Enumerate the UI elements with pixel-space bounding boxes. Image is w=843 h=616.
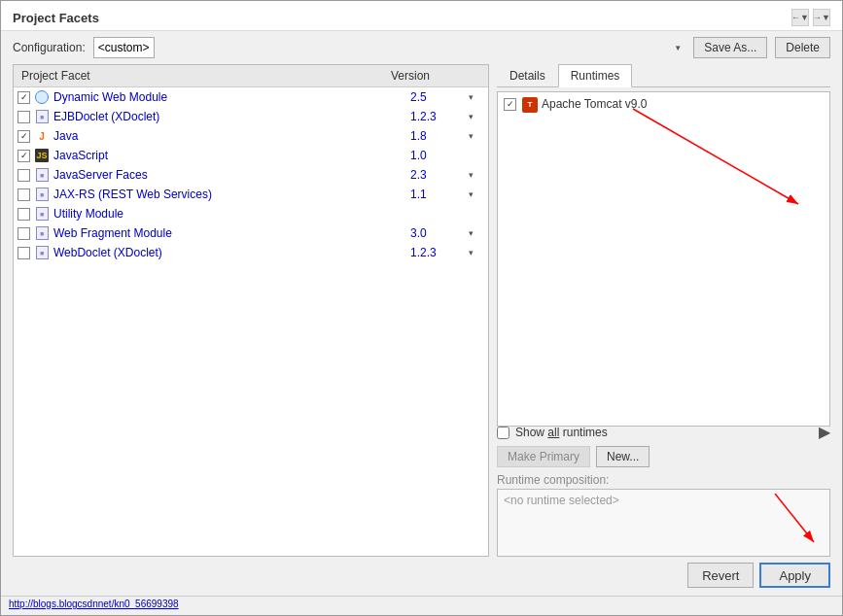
status-bar: http://blogs.blogcsdnnet/kn0_56699398	[1, 596, 842, 615]
revert-button[interactable]: Revert	[687, 563, 754, 588]
left-panel: Project Facet Version Dynamic Web Module…	[13, 64, 489, 557]
chevron-icon: ▾	[469, 228, 484, 238]
list-item[interactable]: ■ Utility Module	[14, 204, 488, 223]
show-all-checkbox[interactable]	[497, 427, 509, 439]
list-item[interactable]: ■ JAX-RS (REST Web Services) 1.1 ▾	[14, 185, 488, 204]
main-content: Project Facet Version Dynamic Web Module…	[1, 64, 842, 557]
runtime-composition-label: Runtime composition:	[497, 471, 830, 489]
doc-icon: ■	[34, 206, 50, 222]
tab-runtimes[interactable]: Runtimes	[558, 64, 633, 87]
tomcat-icon: T	[522, 96, 538, 112]
forward-button[interactable]: →▼	[813, 9, 830, 26]
list-item[interactable]: JS JavaScript 1.0	[14, 146, 488, 165]
facet-version: 1.2.3	[410, 110, 469, 123]
list-item[interactable]: T Apache Tomcat v9.0	[498, 92, 829, 116]
apply-button[interactable]: Apply	[759, 563, 830, 588]
java-icon: J	[34, 128, 50, 144]
facet-name: EJBDoclet (XDoclet)	[53, 110, 410, 123]
show-runtimes-label: Show all runtimes	[515, 426, 608, 439]
doc-icon: ■	[34, 245, 50, 260]
list-item[interactable]: J Java 1.8 ▾	[14, 126, 488, 146]
runtimes-panel: T Apache Tomcat v9.0	[497, 87, 830, 557]
chevron-icon: ▾	[469, 92, 484, 102]
globe-icon	[34, 89, 50, 105]
cursor-icon: ▶	[819, 425, 830, 440]
chevron-icon: ▾	[469, 131, 484, 141]
chevron-icon: ▾	[469, 112, 484, 121]
status-url: http://blogs.blogcsdnnet/kn0_56699398	[9, 599, 179, 609]
facet-checkbox[interactable]	[18, 150, 30, 162]
save-as-button[interactable]: Save As...	[693, 37, 767, 58]
right-panel: Details Runtimes T Apache Tomcat v9.0	[497, 64, 830, 557]
runtime-name: Apache Tomcat v9.0	[542, 97, 648, 111]
doc-icon: ■	[34, 167, 50, 183]
facet-name: JavaScript	[53, 149, 410, 162]
list-item[interactable]: ■ JavaServer Faces 2.3 ▾	[14, 165, 488, 185]
facet-name: Web Fragment Module	[53, 226, 410, 240]
facet-version: 1.0	[410, 149, 469, 162]
facet-list: Dynamic Web Module 2.5 ▾ ■ EJBDoclet (XD…	[14, 87, 488, 556]
make-primary-button[interactable]: Make Primary	[497, 446, 590, 467]
project-facets-window: Project Facets ←▼ →▼ Configuration: <cus…	[0, 0, 843, 616]
no-runtime-text: <no runtime selected>	[504, 494, 619, 507]
footer-row: Revert Apply	[1, 557, 842, 596]
svg-line-3	[775, 494, 814, 542]
runtimes-buttons: Make Primary New...	[497, 444, 830, 471]
col-version-header: Version	[387, 67, 484, 85]
facet-name: JAX-RS (REST Web Services)	[53, 188, 410, 201]
facet-name: WebDoclet (XDoclet)	[53, 246, 410, 259]
facet-checkbox[interactable]	[18, 91, 30, 104]
facet-checkbox[interactable]	[18, 188, 30, 201]
config-row: Configuration: <custom> Save As... Delet…	[1, 31, 842, 64]
new-button[interactable]: New...	[596, 446, 650, 467]
list-item[interactable]: ■ Web Fragment Module 3.0 ▾	[14, 223, 488, 243]
doc-icon: ■	[34, 187, 50, 202]
col-facet-header: Project Facet	[18, 67, 387, 85]
list-item[interactable]: Dynamic Web Module 2.5 ▾	[14, 87, 488, 107]
facet-checkbox[interactable]	[18, 130, 30, 143]
facet-version: 2.5	[410, 90, 469, 104]
doc-icon: ■	[34, 225, 50, 241]
facet-version: 1.2.3	[410, 246, 469, 259]
nav-buttons: ←▼ →▼	[791, 9, 830, 26]
facet-name: Utility Module	[53, 207, 410, 221]
chevron-icon: ▾	[469, 170, 484, 180]
window-title: Project Facets	[13, 11, 99, 25]
back-button[interactable]: ←▼	[791, 9, 809, 26]
facet-name: JavaServer Faces	[53, 168, 410, 182]
title-bar: Project Facets ←▼ →▼	[1, 1, 842, 31]
facet-checkbox[interactable]	[18, 169, 30, 182]
facet-name: Dynamic Web Module	[53, 90, 410, 104]
runtimes-list: T Apache Tomcat v9.0	[497, 91, 830, 427]
config-select[interactable]: <custom>	[93, 37, 155, 58]
runtime-checkbox[interactable]	[504, 98, 516, 111]
runtimes-list-container: T Apache Tomcat v9.0	[497, 87, 830, 423]
annotation-arrow-2	[765, 494, 824, 552]
config-label: Configuration:	[13, 41, 86, 54]
chevron-icon: ▾	[469, 189, 484, 199]
facet-table-header: Project Facet Version	[14, 65, 488, 87]
facet-checkbox[interactable]	[18, 111, 30, 123]
tab-details[interactable]: Details	[497, 64, 558, 86]
facet-version: 3.0	[410, 226, 469, 240]
facet-version: 2.3	[410, 168, 469, 182]
js-icon: JS	[34, 148, 50, 163]
runtime-composition-box: <no runtime selected>	[497, 489, 830, 557]
doc-icon: ■	[34, 109, 50, 124]
facet-name: Java	[53, 129, 410, 143]
facet-version: 1.1	[410, 188, 469, 201]
facet-checkbox[interactable]	[18, 227, 30, 240]
facet-checkbox[interactable]	[18, 247, 30, 259]
chevron-icon: ▾	[469, 248, 484, 257]
facet-version: 1.8	[410, 129, 469, 143]
list-item[interactable]: ■ WebDoclet (XDoclet) 1.2.3 ▾	[14, 243, 488, 262]
config-select-wrap: <custom>	[93, 37, 686, 58]
delete-button[interactable]: Delete	[775, 37, 830, 58]
facet-checkbox[interactable]	[18, 208, 30, 221]
list-item[interactable]: ■ EJBDoclet (XDoclet) 1.2.3 ▾	[14, 107, 488, 126]
tabs-row: Details Runtimes	[497, 64, 830, 87]
